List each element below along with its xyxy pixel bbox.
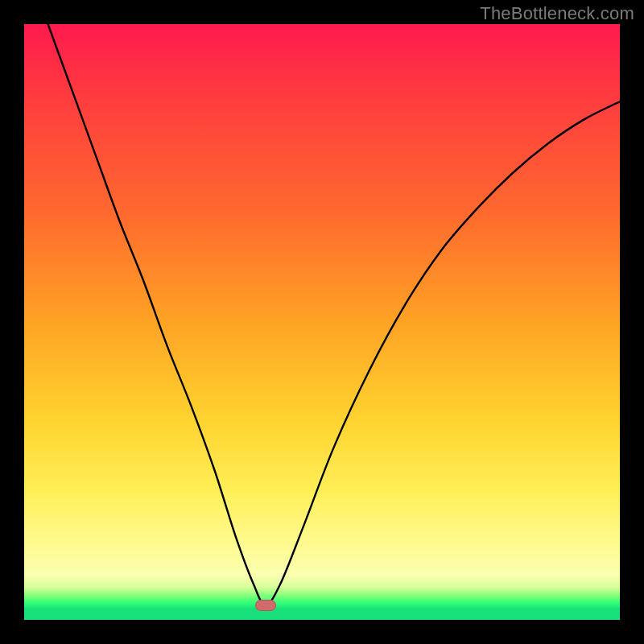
watermark-text: TheBottleneck.com xyxy=(480,3,634,24)
curve-layer xyxy=(24,24,620,620)
bottleneck-curve xyxy=(48,24,620,605)
chart-frame: TheBottleneck.com xyxy=(0,0,644,644)
plot-area xyxy=(24,24,620,620)
min-marker xyxy=(255,600,276,611)
